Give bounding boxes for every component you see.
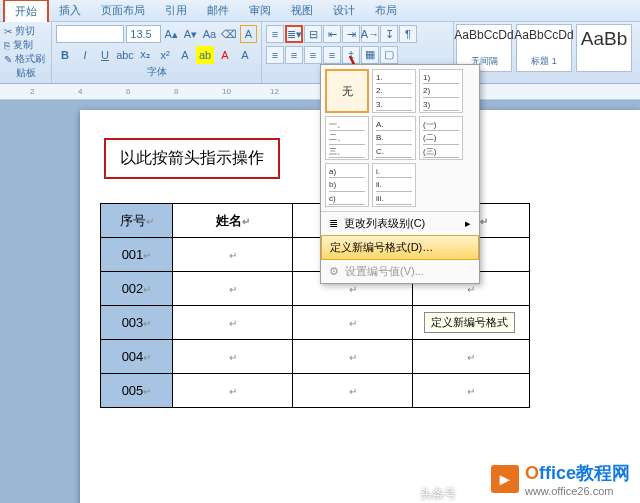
header-name: 姓名↵ xyxy=(173,204,293,238)
style-heading-1[interactable]: AaBbCcDd 标题 1 xyxy=(516,24,572,72)
sort-button[interactable]: ↧ xyxy=(380,25,398,43)
tab-layout[interactable]: 布局 xyxy=(365,0,407,21)
define-new-format-item[interactable]: 定义新编号格式(D)… xyxy=(321,235,479,260)
font-family-select[interactable] xyxy=(56,25,124,43)
tab-insert[interactable]: 插入 xyxy=(49,0,91,21)
author-credit: 头条号 xyxy=(420,486,456,503)
chevron-right-icon: ▸ xyxy=(465,217,471,230)
tab-design[interactable]: 设计 xyxy=(323,0,365,21)
shading-button[interactable]: ▦ xyxy=(361,46,379,64)
instruction-callout: 以此按箭头指示操作 xyxy=(104,138,280,179)
tab-mailings[interactable]: 邮件 xyxy=(197,0,239,21)
format-painter-button[interactable]: ✎格式刷 xyxy=(4,52,47,66)
table-row: 004↵↵↵↵ xyxy=(101,340,530,374)
copy-button[interactable]: ⎘复制 xyxy=(4,38,47,52)
bold-button[interactable]: B xyxy=(56,46,74,64)
tab-home[interactable]: 开始 xyxy=(3,0,49,22)
header-seq: 序号↵ xyxy=(101,204,173,238)
numbering-library-grid: 无 1.2.3. 1)2)3) 一、二、三、 A.B.C. (一)(二)(三) … xyxy=(321,65,479,211)
tooltip: 定义新编号格式 xyxy=(424,312,515,333)
font-size-select[interactable]: 13.5 xyxy=(126,25,160,43)
char-shading-button[interactable]: A xyxy=(236,46,254,64)
copy-icon: ⎘ xyxy=(4,40,10,51)
numbering-menu: ≣更改列表级别(C)▸ 定义新编号格式(D)… ⚙设置编号值(V)... xyxy=(321,211,479,283)
ltr-button[interactable]: A→ xyxy=(361,25,379,43)
bullets-button[interactable]: ≡ xyxy=(266,25,284,43)
justify-button[interactable]: ≡ xyxy=(323,46,341,64)
numbering-option[interactable]: i.ii.iii. xyxy=(372,163,416,207)
align-right-button[interactable]: ≡ xyxy=(304,46,322,64)
subscript-button[interactable]: x₂ xyxy=(136,46,154,64)
change-case-button[interactable]: Aa xyxy=(201,25,218,43)
highlight-button[interactable]: ab xyxy=(196,46,214,64)
style-item[interactable]: AaBb xyxy=(576,24,632,72)
superscript-button[interactable]: x² xyxy=(156,46,174,64)
tab-view[interactable]: 视图 xyxy=(281,0,323,21)
office-logo-icon: ▸ xyxy=(491,465,519,493)
numbering-option[interactable]: 1)2)3) xyxy=(419,69,463,113)
borders-button[interactable]: ▢ xyxy=(380,46,398,64)
numbering-option-none[interactable]: 无 xyxy=(325,69,369,113)
numbering-option[interactable]: (一)(二)(三) xyxy=(419,116,463,160)
italic-button[interactable]: I xyxy=(76,46,94,64)
change-list-level-item[interactable]: ≣更改列表级别(C)▸ xyxy=(321,212,479,235)
decrease-indent-button[interactable]: ⇤ xyxy=(323,25,341,43)
watermark: ▸ Office教程网 www.office26.com xyxy=(491,461,630,497)
align-left-button[interactable]: ≡ xyxy=(266,46,284,64)
shrink-font-button[interactable]: A▾ xyxy=(182,25,199,43)
grow-font-button[interactable]: A▴ xyxy=(163,25,180,43)
cut-button[interactable]: ✂剪切 xyxy=(4,24,47,38)
group-clipboard-label: 贴板 xyxy=(4,66,47,82)
numbering-option[interactable]: 一、二、三、 xyxy=(325,116,369,160)
numbering-option[interactable]: A.B.C. xyxy=(372,116,416,160)
strikethrough-button[interactable]: abc xyxy=(116,46,134,64)
increase-indent-button[interactable]: ⇥ xyxy=(342,25,360,43)
numbering-dropdown: 无 1.2.3. 1)2)3) 一、二、三、 A.B.C. (一)(二)(三) … xyxy=(320,64,480,284)
group-styles: AaBbCcDd 无间隔 AaBbCcDd 标题 1 AaBb xyxy=(454,22,640,83)
line-spacing-button[interactable]: ‡ xyxy=(342,46,360,64)
underline-button[interactable]: U xyxy=(96,46,114,64)
group-font: 13.5 A▴ A▾ Aa ⌫ A B I U abc x₂ x² A ab A… xyxy=(52,22,262,83)
char-border-button[interactable]: A xyxy=(240,25,257,43)
list-level-icon: ≣ xyxy=(329,217,338,230)
numbering-option[interactable]: a)b)c) xyxy=(325,163,369,207)
clear-format-button[interactable]: ⌫ xyxy=(220,25,238,43)
text-effects-button[interactable]: A xyxy=(176,46,194,64)
ribbon-tabs: 开始 插入 页面布局 引用 邮件 审阅 视图 设计 布局 xyxy=(0,0,640,22)
numbering-option[interactable]: 1.2.3. xyxy=(372,69,416,113)
tab-review[interactable]: 审阅 xyxy=(239,0,281,21)
numbering-button[interactable]: ≣▾ xyxy=(285,25,303,43)
font-color-button[interactable]: A xyxy=(216,46,234,64)
tab-page-layout[interactable]: 页面布局 xyxy=(91,0,155,21)
table-row: 005↵↵↵↵ xyxy=(101,374,530,408)
align-center-button[interactable]: ≡ xyxy=(285,46,303,64)
tab-references[interactable]: 引用 xyxy=(155,0,197,21)
scissors-icon: ✂ xyxy=(4,26,12,37)
group-clipboard: ✂剪切 ⎘复制 ✎格式刷 贴板 xyxy=(0,22,52,83)
paintbrush-icon: ✎ xyxy=(4,54,12,65)
show-marks-button[interactable]: ¶ xyxy=(399,25,417,43)
multilevel-button[interactable]: ⊟ xyxy=(304,25,322,43)
value-icon: ⚙ xyxy=(329,265,339,278)
set-numbering-value-item: ⚙设置编号值(V)... xyxy=(321,260,479,283)
group-font-label: 字体 xyxy=(56,65,257,81)
